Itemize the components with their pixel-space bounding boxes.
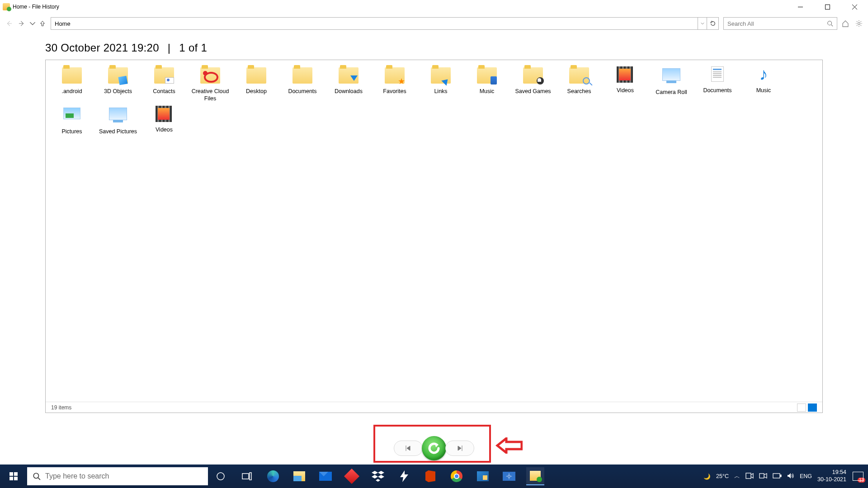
folder-label: Camera Roll [650,89,693,96]
folder-icon [199,67,222,86]
tray-onedrive-icon[interactable] [759,473,767,480]
svg-rect-5 [242,474,249,479]
restore-button[interactable] [422,436,446,460]
folder-label: Videos [142,127,186,134]
back-button[interactable] [4,18,14,29]
folder-label: Links [419,88,462,95]
tray-battery-icon[interactable] [773,473,782,480]
windows-logo-icon [9,472,18,480]
folder-label: 3D Objects [96,88,140,95]
folder-item[interactable]: Camera Roll [650,65,693,102]
folder-item[interactable]: Documents [281,65,324,102]
details-view-button[interactable] [797,404,806,412]
tray-meet-now-icon[interactable] [745,473,754,480]
folder-label: Music [742,87,785,94]
taskbar-app-mail[interactable] [316,467,335,485]
weather-temp[interactable]: 25°C [716,473,729,479]
tray-clock[interactable]: 19:54 30-10-2021 [817,469,846,483]
annotation-arrow-icon [495,437,523,454]
taskbar-app-chrome[interactable] [448,467,466,485]
taskbar-app-explorer[interactable] [290,467,308,485]
library-icon [61,108,83,127]
folder-item[interactable]: Pictures [50,104,94,136]
maximize-button[interactable] [814,0,841,14]
address-input[interactable] [51,18,698,29]
icons-view-button[interactable] [808,404,817,412]
task-view-button[interactable] [238,467,256,485]
taskbar-search[interactable]: Type here to search [27,467,208,485]
navigation-bar [0,16,868,31]
home-icon[interactable] [840,18,851,29]
search-icon [33,472,41,480]
tray-volume-icon[interactable] [787,473,794,480]
status-bar: 19 items [46,402,822,413]
taskbar-app-red[interactable] [343,467,361,485]
cortana-button[interactable] [212,467,230,485]
search-bar[interactable] [723,17,837,30]
address-bar[interactable] [51,17,719,30]
taskbar-app-edge[interactable] [264,467,282,485]
folder-icon [107,67,129,86]
folder-label: Saved Games [511,88,555,95]
folder-item[interactable]: 3D Objects [96,65,140,102]
backup-pager: 1 of 1 [179,42,207,54]
refresh-button[interactable] [707,18,718,29]
folder-item[interactable]: Videos [142,104,186,136]
folder-label: Desktop [235,88,278,95]
action-center-badge: 13 [858,478,865,483]
backup-timestamp: 30 October 2021 19:20 [45,42,159,54]
folder-item[interactable]: Videos [604,65,647,102]
up-button[interactable] [38,18,47,29]
history-dropdown[interactable] [29,18,36,29]
close-button[interactable] [841,0,868,14]
folder-icon [337,67,360,86]
heading-separator: | [168,42,171,54]
folder-item[interactable]: Saved Games [511,65,555,102]
folder-item[interactable]: Saved Pictures [96,104,140,136]
folder-item[interactable]: Music [465,65,509,102]
folder-item[interactable]: Downloads [327,65,370,102]
restore-controls [394,436,474,460]
start-button[interactable] [0,465,27,488]
file-pane: .android3D ObjectsContactsCreative Cloud… [45,60,823,413]
folder-item[interactable]: Documents [696,65,739,102]
file-history-icon [3,3,10,10]
folder-item[interactable]: Links [419,65,462,102]
taskbar-app-office[interactable] [421,467,439,485]
search-input[interactable] [724,20,823,27]
forward-button[interactable] [16,18,27,29]
folder-label: Contacts [142,88,186,95]
folder-item[interactable]: ★Favorites [373,65,416,102]
tray-date: 30-10-2021 [817,476,846,483]
folder-item[interactable]: Creative Cloud Files [189,65,232,102]
weather-icon[interactable]: 🌙 [703,473,711,480]
tray-show-hidden-icon[interactable]: ︿ [734,473,740,480]
folder-item[interactable]: Contacts [142,65,186,102]
folder-label: Music [465,88,509,95]
next-version-button[interactable] [445,441,474,456]
svg-rect-6 [250,473,251,480]
folder-item[interactable]: ♪Music [742,65,785,102]
folder-item[interactable]: .android [50,65,94,102]
taskbar: Type here to search 🌙 25°C ︿ ENG 19:54 3… [0,465,868,488]
folder-item[interactable]: Desktop [235,65,278,102]
action-center-button[interactable]: 13 [852,467,864,485]
titlebar: Home - File History [0,0,868,14]
previous-version-button[interactable] [394,441,423,456]
svg-rect-11 [780,475,781,477]
folder-icon [291,67,314,86]
svg-point-1 [828,21,832,25]
tray-language[interactable]: ENG [800,473,812,479]
taskbar-app-settings[interactable] [500,467,518,485]
settings-gear-icon[interactable] [854,18,864,29]
folder-item[interactable]: Searches [557,65,601,102]
taskbar-app-file-history[interactable] [526,467,544,485]
taskbar-app-photos[interactable] [474,467,492,485]
taskbar-app-dropbox[interactable] [369,467,387,485]
folder-icon [568,67,590,86]
address-dropdown-button[interactable] [698,18,707,29]
taskbar-app-bolt[interactable] [395,467,413,485]
minimize-button[interactable] [787,0,814,14]
search-icon[interactable] [823,20,837,27]
items-grid: .android3D ObjectsContactsCreative Cloud… [46,60,822,140]
